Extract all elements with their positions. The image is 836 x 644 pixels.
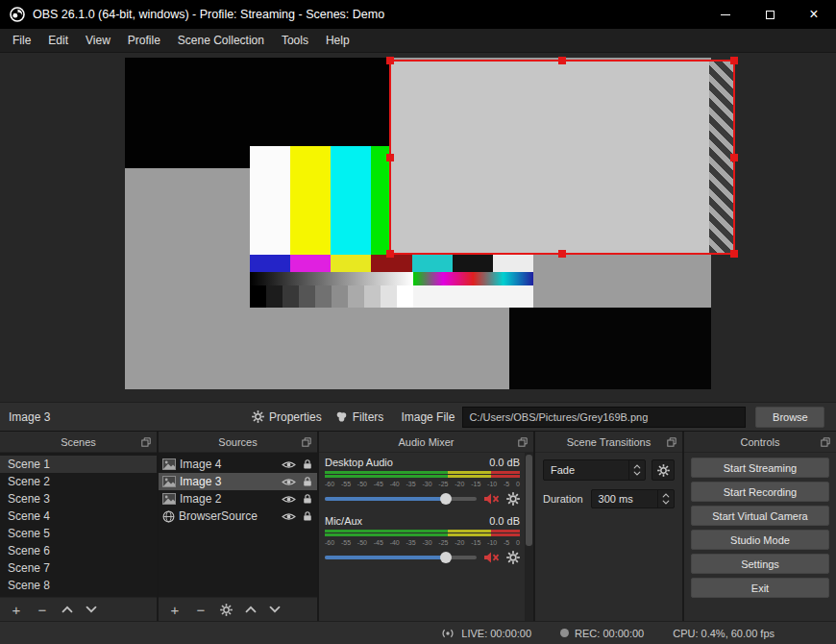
source-row[interactable]: BrowserSource [159,508,317,525]
add-scene-button[interactable]: + [10,603,23,617]
resize-handle-top-center[interactable] [558,57,566,64]
source-move-down-button[interactable] [269,606,281,613]
volume-slider[interactable] [325,492,477,506]
start-streaming-button[interactable]: Start Streaming [691,458,829,478]
resize-handle-bottom-left[interactable] [386,250,394,258]
resize-handle-top-right[interactable] [730,57,738,64]
menu-item-tools[interactable]: Tools [273,29,317,52]
resize-handle-mid-right[interactable] [730,154,738,161]
broadcast-icon [440,628,455,639]
menu-item-help[interactable]: Help [317,29,358,52]
source-row[interactable]: Image 3 [159,473,317,490]
channel-level: 0.0 dB [489,457,520,468]
menu-item-view[interactable]: View [77,29,119,52]
controls-body: Start Streaming Start Recording Start Vi… [684,453,836,603]
exit-button[interactable]: Exit [691,578,829,598]
visibility-eye-icon[interactable] [282,511,296,522]
visibility-eye-icon[interactable] [282,494,296,505]
dock-popout-icon[interactable] [141,437,151,447]
combo-spin-arrows[interactable] [628,460,641,480]
lock-icon[interactable] [303,476,312,487]
studio-mode-button[interactable]: Studio Mode [691,530,829,550]
dock-popout-icon[interactable] [821,437,830,447]
duration-spinbox[interactable]: 300 ms [591,489,675,508]
filters-button[interactable]: Filters [335,410,384,424]
lock-icon[interactable] [303,493,312,505]
preview-area [0,53,836,402]
volume-meter [325,471,520,478]
settings-button[interactable]: Settings [691,554,829,574]
program-canvas[interactable] [125,58,711,389]
db-tick-label: -15 [471,538,480,547]
rec-status: REC: 00:00:00 [560,628,644,639]
minimize-button[interactable] [703,0,748,29]
scene-move-up-button[interactable] [61,606,73,613]
scenes-dock-title: Scenes [61,436,96,448]
transition-settings-button[interactable] [652,459,675,481]
resize-handle-top-left[interactable] [386,57,394,64]
scene-item[interactable]: Scene 4 [0,508,157,525]
scene-item[interactable]: Scene 7 [0,559,157,577]
scene-item[interactable]: Scene 1 [0,456,157,473]
scene-move-down-button[interactable] [86,606,97,613]
selected-source-image3[interactable] [389,60,735,255]
audio-settings-gear-icon[interactable] [506,551,520,564]
image-file-input[interactable] [462,407,746,428]
add-source-button[interactable]: + [168,603,182,617]
menu-item-scene-collection[interactable]: Scene Collection [169,29,273,52]
scene-item[interactable]: Scene 5 [0,525,157,542]
mute-speaker-icon[interactable] [483,492,500,506]
db-tick-label: -10 [487,538,497,547]
browse-button[interactable]: Browse [755,407,824,428]
visibility-eye-icon[interactable] [282,459,296,470]
channel-header: Mic/Aux 0.0 dB [325,515,520,527]
dock-popout-icon[interactable] [667,437,676,447]
source-move-up-button[interactable] [245,606,257,613]
lock-icon[interactable] [303,458,312,470]
channel-level: 0.0 dB [489,515,520,527]
visibility-eye-icon[interactable] [282,477,296,487]
spin-arrows[interactable] [657,490,670,508]
mixer-scrollbar[interactable] [525,453,533,621]
duration-row: Duration 300 ms [543,489,675,508]
scene-item[interactable]: Scene 2 [0,473,157,490]
controls-header: Controls [684,432,836,453]
dock-popout-icon[interactable] [518,437,528,447]
obs-window: { "window": { "title": "OBS 26.1.0 (64-b… [0,0,836,644]
source-properties-gear-button[interactable] [220,604,233,616]
transitions-header: Scene Transitions [535,432,682,453]
resize-handle-bottom-right[interactable] [730,250,738,258]
transitions-body: Fade Duration 300 ms [535,453,682,515]
maximize-button[interactable] [748,0,792,29]
slider-handle[interactable] [440,493,452,505]
menu-item-profile[interactable]: Profile [119,29,169,52]
audio-settings-gear-icon[interactable] [506,492,520,506]
slider-handle[interactable] [440,552,452,563]
transition-select[interactable]: Fade [543,459,646,481]
remove-scene-button[interactable]: − [36,603,49,617]
db-tick-label: -60 [325,538,334,547]
start-recording-button[interactable]: Start Recording [691,482,829,502]
properties-button[interactable]: Properties [252,410,322,424]
menu-item-edit[interactable]: Edit [39,29,77,52]
resize-handle-mid-left[interactable] [386,154,394,161]
mute-speaker-icon[interactable] [483,551,500,564]
close-button[interactable]: × [792,0,836,29]
lock-icon[interactable] [303,510,312,522]
source-row[interactable]: Image 4 [159,456,317,473]
sources-toolbar: + − [159,597,317,621]
minimize-icon [721,14,730,15]
canvas-source-black-bottom-right[interactable] [509,308,711,389]
scrollbar-thumb[interactable] [526,455,532,546]
scene-item[interactable]: Scene 3 [0,490,157,508]
volume-slider[interactable] [325,551,477,564]
menu-item-file[interactable]: File [4,29,39,52]
dock-row: Scenes Scene 1 Scene 2 Scene 3 Scene 4 S… [0,431,836,621]
resize-handle-bottom-center[interactable] [558,250,566,258]
dock-popout-icon[interactable] [302,437,311,447]
remove-source-button[interactable]: − [194,603,208,617]
scene-item[interactable]: Scene 8 [0,577,157,594]
scene-item[interactable]: Scene 6 [0,542,157,559]
start-virtual-camera-button[interactable]: Start Virtual Camera [691,506,829,526]
source-row[interactable]: Image 2 [159,490,317,508]
